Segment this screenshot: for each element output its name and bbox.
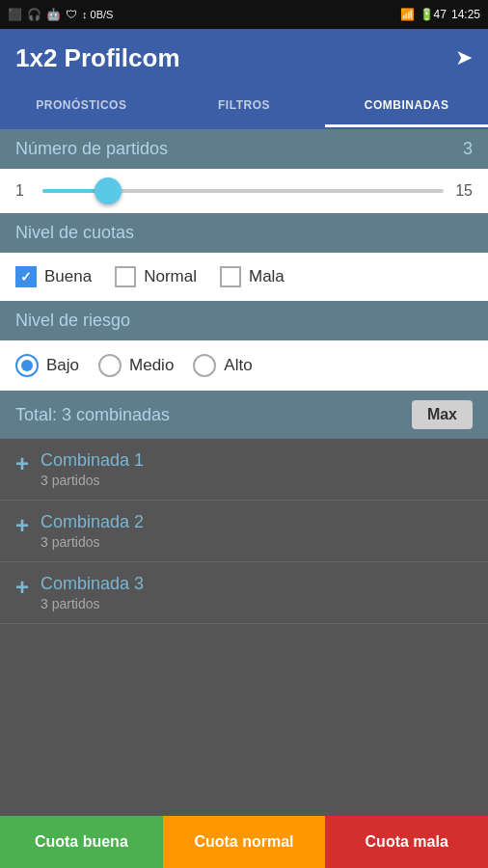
combinada-2-title: Combinada 2 (41, 512, 144, 532)
combinada-3-item[interactable]: + Combinada 3 3 partidos (0, 562, 488, 624)
cuota-mala-checkbox[interactable] (220, 266, 241, 287)
slider-track[interactable] (42, 189, 444, 193)
bottom-bar: Cuota buena Cuota normal Cuota mala (0, 816, 488, 868)
nivel-cuotas-header: Nivel de cuotas (0, 213, 488, 253)
total-label: Total: 3 combinadas (15, 405, 170, 425)
sim-icon: 📶 (400, 8, 415, 21)
num-partidos-header: Número de partidos 3 (0, 129, 488, 169)
slider-thumb[interactable] (95, 177, 122, 204)
riesgo-medio-item[interactable]: Medio (98, 354, 174, 377)
status-icons-right: 📶 🔋47 14:25 (400, 8, 480, 21)
riesgo-alto-item[interactable]: Alto (193, 354, 252, 377)
slider-max: 15 (455, 182, 473, 200)
riesgo-bajo-label: Bajo (46, 356, 79, 375)
riesgo-medio-label: Medio (129, 356, 174, 375)
cuotas-options: Buena Normal Mala (0, 253, 488, 301)
combinada-3-title: Combinada 3 (41, 574, 144, 594)
combinada-3-sub: 3 partidos (41, 596, 144, 611)
riesgo-medio-radio[interactable] (98, 354, 122, 377)
audio-icon: 🎧 (27, 8, 41, 21)
combinada-1-info: Combinada 1 3 partidos (41, 450, 144, 488)
cuota-normal-item[interactable]: Normal (115, 266, 197, 287)
combinada-3-plus-icon[interactable]: + (15, 576, 29, 599)
cuota-normal-label: Normal (144, 267, 197, 286)
status-icons-left: ⬛ 🎧 🤖 🛡 ↕ 0B/S (8, 8, 113, 21)
cuota-buena-label: Buena (44, 267, 92, 286)
shield-icon: 🛡 (66, 8, 77, 21)
slider-min: 1 (15, 182, 31, 200)
tab-pronosticos[interactable]: PRONÓSTICOS (0, 87, 163, 127)
combinada-1-sub: 3 partidos (41, 473, 144, 488)
clock: 14:25 (451, 8, 480, 21)
cuota-mala-label: Mala (249, 267, 285, 286)
app-header: 1x2 Profilcom ➤ (0, 29, 488, 87)
cuota-mala-button[interactable]: Cuota mala (325, 816, 488, 868)
usb-icon: ⬛ (8, 8, 22, 21)
riesgo-bajo-radio[interactable] (15, 354, 39, 377)
nivel-riesgo-header: Nivel de riesgo (0, 301, 488, 340)
num-partidos-value: 3 (463, 139, 473, 159)
riesgo-alto-label: Alto (224, 356, 252, 375)
cuota-normal-checkbox[interactable] (115, 266, 136, 287)
cuota-buena-button[interactable]: Cuota buena (0, 816, 163, 868)
combinada-2-plus-icon[interactable]: + (15, 514, 29, 537)
slider-section: 1 15 (0, 169, 488, 213)
cuota-buena-item[interactable]: Buena (15, 266, 92, 287)
nivel-cuotas-label: Nivel de cuotas (15, 223, 134, 243)
cuota-buena-checkbox[interactable] (15, 266, 37, 287)
battery-icon: 🔋47 (420, 8, 447, 21)
combinada-3-info: Combinada 3 3 partidos (41, 574, 144, 611)
riesgo-options: Bajo Medio Alto (0, 340, 488, 391)
cuota-normal-button[interactable]: Cuota normal (163, 816, 326, 868)
nivel-riesgo-label: Nivel de riesgo (15, 311, 130, 331)
combinadas-list: + Combinada 1 3 partidos + Combinada 2 3… (0, 439, 488, 624)
tab-combinadas[interactable]: COMBINADAS (325, 87, 488, 127)
riesgo-bajo-item[interactable]: Bajo (15, 354, 79, 377)
app-title: 1x2 Profilcom (15, 43, 180, 73)
combinada-1-plus-icon[interactable]: + (15, 452, 29, 475)
transfer-icon: ↕ 0B/S (82, 9, 113, 20)
tab-filtros[interactable]: FILTROS (163, 87, 326, 127)
num-partidos-label: Número de partidos (15, 139, 168, 159)
cuota-mala-item[interactable]: Mala (220, 266, 285, 287)
riesgo-alto-radio[interactable] (193, 354, 216, 377)
combinada-1-item[interactable]: + Combinada 1 3 partidos (0, 439, 488, 501)
combinada-2-sub: 3 partidos (41, 534, 144, 550)
tab-bar: PRONÓSTICOS FILTROS COMBINADAS (0, 87, 488, 129)
send-icon[interactable]: ➤ (455, 45, 473, 70)
combinada-2-info: Combinada 2 3 partidos (41, 512, 144, 550)
max-button[interactable]: Max (412, 400, 473, 429)
total-section: Total: 3 combinadas Max (0, 391, 488, 439)
android-icon: 🤖 (46, 8, 61, 21)
slider-fill (42, 189, 102, 193)
status-bar: ⬛ 🎧 🤖 🛡 ↕ 0B/S 📶 🔋47 14:25 (0, 0, 488, 29)
combinada-1-title: Combinada 1 (41, 450, 144, 471)
combinada-2-item[interactable]: + Combinada 2 3 partidos (0, 501, 488, 562)
